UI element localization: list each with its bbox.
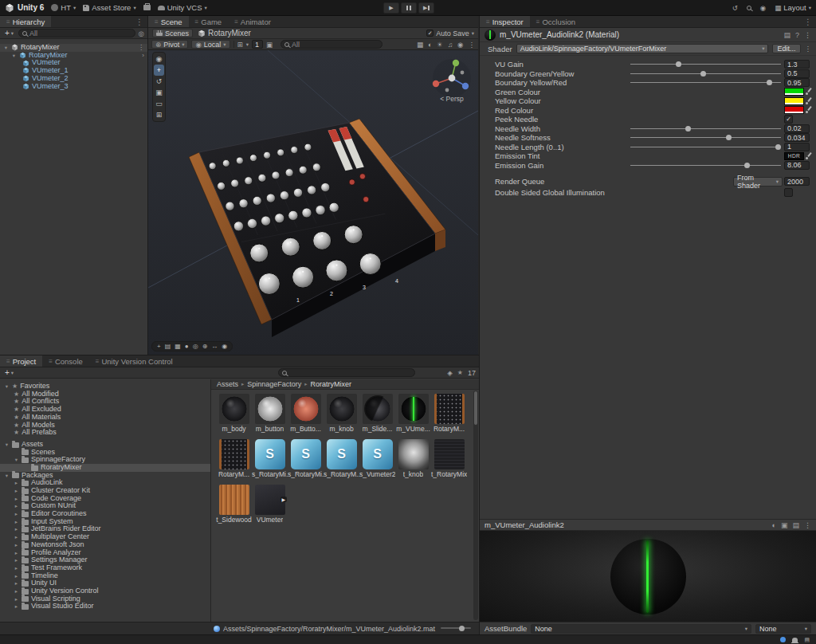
emission-gain-value[interactable]: 8.06 [784,161,810,170]
hierarchy-search-input[interactable]: All [18,29,135,37]
audio-toggle-icon[interactable]: ♫ [448,41,453,49]
foldout-icon[interactable]: ▾ [4,472,10,480]
auto-save-checkbox[interactable]: ✓ [426,29,434,37]
focus-icon[interactable]: ⊕ [202,343,208,350]
render-queue-value[interactable]: 2000 [784,177,810,186]
foldout-icon[interactable]: ▾ [11,52,17,60]
context-menu-icon[interactable]: ⋮ [804,31,811,39]
tab-game[interactable]: ≡Game [189,16,229,27]
pivot-dropdown[interactable]: ⊕Pivot▾ [151,40,188,49]
foldout-icon[interactable]: ▸ [14,549,19,557]
console-activity-icon[interactable]: ▤ [804,637,810,643]
package-row[interactable]: ▸Newtonsoft Json [0,541,210,549]
hierarchy-child-row[interactable]: VUmeter_1 [0,67,147,75]
search-icon[interactable] [747,6,751,10]
create-asset-button[interactable]: +▾ [3,368,15,377]
open-prefab-icon[interactable]: › [142,52,144,60]
orbit-icon[interactable]: ● [185,343,189,350]
save-search-icon[interactable]: ★ [457,369,463,376]
prefab-root-row[interactable]: ▾ RotaryMixer › [0,52,147,60]
foldout-icon[interactable]: ▸ [14,603,19,611]
asset-item[interactable]: RotaryM... [216,439,252,483]
asset-item[interactable]: s_RotaryM... [324,439,359,483]
services-button[interactable] [143,5,151,10]
foldout-icon[interactable]: ▸ [14,518,19,526]
shading-mode-icon[interactable]: ▦ [417,41,423,49]
boundary-green-yellow-value[interactable]: 0.5 [784,69,810,78]
move-icon[interactable]: + [157,343,161,350]
panel-menu-icon[interactable]: ⋮ [131,16,147,27]
scene-breadcrumb[interactable]: RotaryMixer [198,29,251,37]
create-object-button[interactable]: +▾ [3,29,15,37]
undo-history-icon[interactable]: ↺ [732,4,738,12]
edit-shader-button[interactable]: Edit... [772,44,800,53]
vu-gain-value[interactable]: 1.3 [784,60,810,69]
foldout-icon[interactable]: ▸ [14,587,19,595]
needle-length-value[interactable]: 1 [784,143,810,151]
package-row[interactable]: ▸Visual Studio Editor [0,603,210,611]
gizmo-perspective-label[interactable]: < Persp [440,95,464,103]
peek-needle-checkbox[interactable]: ✓ [784,115,793,124]
project-search-input[interactable] [278,368,415,377]
roratrymixer-folder-row[interactable]: RoratryMixer [0,464,210,472]
tab-unity-version-control[interactable]: ≡Unity Version Control [89,355,179,367]
eyedropper-icon[interactable] [806,97,812,105]
move-tool-button[interactable]: + [154,65,164,76]
foldout-icon[interactable]: ▸ [14,595,19,603]
notifications-bell-icon[interactable] [792,638,798,642]
tab-console[interactable]: ≡Console [42,355,89,367]
rect-tool-button[interactable]: ▭ [154,98,164,109]
scene-picking-icon[interactable]: ◎ [139,29,144,37]
presets-icon[interactable]: ▤ [783,31,790,39]
needle-width-slider[interactable] [630,125,781,132]
scenes-dropdown[interactable]: Scenes [152,29,193,37]
favorite-row[interactable]: ★All Materials [0,414,210,422]
zoom-icon[interactable]: ◎ [193,343,198,350]
asset-item[interactable]: RotaryM... [431,394,467,438]
red-colour-swatch[interactable] [784,106,804,114]
asset-store-dropdown[interactable]: Asset Store▾ [83,3,135,12]
transform-tool-button[interactable]: ⊞ [154,109,164,120]
preview-light-icon[interactable]: ▣ [781,521,788,529]
snap-increment-icon[interactable]: ▣ [266,41,273,49]
asset-item[interactable]: m_VUme... [395,394,431,438]
material-preview-area[interactable] [480,531,816,622]
foldout-icon[interactable]: ▸ [14,564,19,572]
foldout-icon[interactable]: ▾ [3,44,9,52]
foldout-icon[interactable]: ▸ [14,541,19,549]
grid-visibility-icon[interactable]: ⊞ [237,41,243,49]
asset-item[interactable]: m_body [216,394,252,438]
hierarchy-child-row[interactable]: VUmeter_3 [0,82,147,90]
orientation-gizmo[interactable] [433,59,471,97]
vcs-status-icon[interactable] [780,637,786,642]
2d-toggle-icon[interactable]: ◐ [428,41,432,49]
needle-softness-slider[interactable] [630,134,781,141]
scene-viewport[interactable]: 1 2 3 4 < Persp ◉ + ↺ ▣ ▭ [148,50,478,355]
foldout-icon[interactable]: ▾ [4,383,10,391]
foldout-icon[interactable]: ▸ [14,556,19,564]
needle-width-value[interactable]: 0.02 [784,124,810,133]
panel-menu-icon[interactable]: ⋮ [800,16,816,27]
breadcrumb-spinnagefactory[interactable]: SpinnageFactory [247,380,301,388]
asset-item[interactable]: s_Vumeter2 [359,439,395,483]
favorite-row[interactable]: ★All Prefabs [0,429,210,437]
hierarchy-child-row[interactable]: VUmeter_2 [0,75,147,83]
notifications-icon[interactable]: ◉ [760,4,766,12]
gizmos-menu-icon[interactable]: ⋮ [469,41,476,49]
shader-menu-icon[interactable]: ⋮ [805,45,812,53]
asset-item[interactable]: VUmeter [252,485,288,528]
unity-hub-button[interactable]: Unity 6 [5,3,44,13]
rotate-tool-button[interactable]: ↺ [154,76,164,87]
foldout-icon[interactable]: ▸ [14,487,19,495]
search-by-type-icon[interactable]: ◈ [447,369,453,377]
camera-icon[interactable]: ◉ [222,343,227,350]
eyedropper-icon[interactable] [806,88,812,96]
foldout-icon[interactable]: ▾ [14,456,19,464]
shader-dropdown[interactable]: AudioLink/SpinnageFactory/VUmeterForMixe… [516,44,769,53]
foldout-icon[interactable]: ▾ [4,441,10,449]
asset-item[interactable]: s_RotaryMi... [252,439,288,483]
preview-menu-icon[interactable]: ⋮ [804,521,811,529]
foldout-icon[interactable]: ▸ [14,572,19,580]
hierarchy-child-row[interactable]: VUmeter [0,59,147,67]
scene-row[interactable]: ▾ RotaryMixer ⋮ [0,44,147,52]
